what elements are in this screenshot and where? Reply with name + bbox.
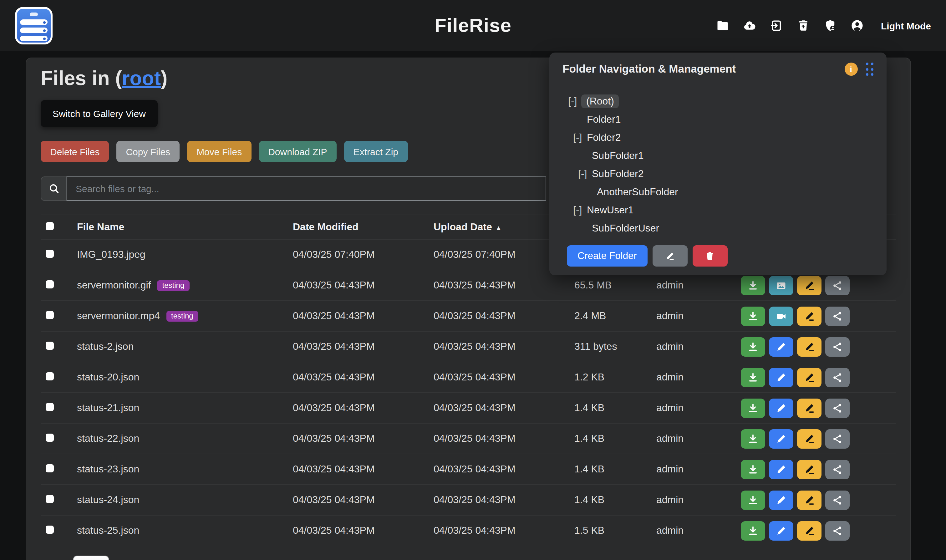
folder-tree-item[interactable]: [-]SubFolder2 (549, 165, 886, 183)
tree-collapse-toggle[interactable]: [-] (573, 204, 587, 215)
rename-file-button[interactable] (797, 521, 821, 540)
download-file-button[interactable] (741, 460, 765, 479)
sign-out-icon[interactable] (769, 19, 783, 32)
download-file-button[interactable] (741, 490, 765, 510)
column-date-modified[interactable]: Date Modified (293, 222, 434, 233)
download-file-button[interactable] (741, 368, 765, 387)
switch-gallery-view-button[interactable]: Switch to Gallery View (41, 100, 158, 127)
trash-restore-icon[interactable] (797, 19, 810, 32)
folder-name[interactable]: SubFolderUser (592, 222, 659, 234)
info-icon[interactable]: i (844, 63, 857, 76)
file-name[interactable]: status-22.json (77, 433, 139, 444)
extract-zip-button[interactable]: Extract Zip (344, 141, 408, 162)
move-files-button[interactable]: Move Files (187, 141, 251, 162)
theme-toggle[interactable]: Light Mode (881, 20, 931, 31)
folder-name[interactable]: SubFolder1 (592, 150, 643, 161)
share-file-button[interactable] (825, 337, 850, 356)
edit-file-button[interactable] (769, 337, 793, 356)
edit-file-button[interactable] (769, 460, 793, 479)
folder-tree-item[interactable]: [-]NewUser1 (549, 201, 886, 219)
rename-file-button[interactable] (797, 490, 821, 510)
tree-collapse-toggle[interactable]: [-] (568, 95, 582, 107)
download-file-button[interactable] (741, 337, 765, 356)
folder-tree-item[interactable]: SubFolderUser (549, 219, 886, 237)
file-name[interactable]: status-24.json (77, 494, 139, 506)
tree-collapse-toggle[interactable]: [-] (573, 132, 587, 143)
create-folder-button[interactable]: Create Folder (567, 245, 648, 266)
row-checkbox[interactable] (46, 250, 54, 258)
row-checkbox[interactable] (46, 342, 54, 350)
share-file-button[interactable] (825, 398, 850, 418)
rename-file-button[interactable] (797, 306, 821, 326)
download-file-button[interactable] (741, 429, 765, 448)
file-name[interactable]: status-2.json (77, 341, 134, 352)
row-checkbox[interactable] (46, 311, 54, 319)
copy-files-button[interactable]: Copy Files (116, 141, 180, 162)
file-name[interactable]: status-23.json (77, 464, 139, 475)
share-file-button[interactable] (825, 429, 850, 448)
row-checkbox[interactable] (46, 526, 54, 534)
items-per-page-select[interactable]: 10 ▲▼ (73, 555, 109, 560)
row-checkbox[interactable] (46, 372, 54, 380)
download-file-button[interactable] (741, 398, 765, 418)
edit-file-button[interactable] (769, 368, 793, 387)
share-file-button[interactable] (825, 460, 850, 479)
share-file-button[interactable] (825, 306, 850, 326)
shield-user-icon[interactable] (823, 19, 837, 32)
rename-file-button[interactable] (797, 429, 821, 448)
folder-name[interactable]: AnotherSubFolder (597, 186, 678, 197)
share-file-button[interactable] (825, 490, 850, 510)
rename-folder-button[interactable] (652, 245, 688, 266)
download-zip-button[interactable]: Download ZIP (259, 141, 336, 162)
row-checkbox[interactable] (46, 464, 54, 472)
delete-files-button[interactable]: Delete Files (41, 141, 109, 162)
rename-file-button[interactable] (797, 368, 821, 387)
column-file-name[interactable]: File Name (77, 222, 293, 233)
download-file-button[interactable] (741, 275, 765, 295)
download-file-button[interactable] (741, 521, 765, 540)
account-icon[interactable] (850, 19, 864, 32)
upload-cloud-icon[interactable] (743, 19, 757, 32)
search-input[interactable] (66, 177, 546, 201)
download-file-button[interactable] (741, 306, 765, 326)
folder-name[interactable]: SubFolder2 (592, 168, 643, 179)
folder-tree-item[interactable]: SubFolder1 (549, 146, 886, 165)
folder-tree-item[interactable]: Folder1 (549, 110, 886, 128)
edit-file-button[interactable] (769, 398, 793, 418)
folder-tree-item[interactable]: [-]Folder2 (549, 128, 886, 146)
file-name[interactable]: status-25.json (77, 525, 139, 536)
edit-file-button[interactable] (769, 490, 793, 510)
folder-name[interactable]: (Root) (581, 94, 619, 108)
folder-name[interactable]: Folder1 (587, 114, 621, 125)
file-name[interactable]: IMG_0193.jpeg (77, 249, 146, 260)
row-checkbox[interactable] (46, 280, 54, 288)
rename-file-button[interactable] (797, 460, 821, 479)
search-icon[interactable] (41, 177, 66, 201)
share-file-button[interactable] (825, 368, 850, 387)
rename-file-button[interactable] (797, 398, 821, 418)
folder-tree-item[interactable]: AnotherSubFolder (549, 183, 886, 201)
rename-file-button[interactable] (797, 275, 821, 295)
share-file-button[interactable] (825, 521, 850, 540)
row-checkbox[interactable] (46, 495, 54, 503)
file-name[interactable]: servermonitor.mp4 (77, 310, 160, 322)
select-all-checkbox[interactable] (46, 222, 54, 230)
root-breadcrumb-link[interactable]: root (122, 67, 161, 89)
file-name[interactable]: status-21.json (77, 402, 139, 414)
folder-name[interactable]: NewUser1 (587, 204, 634, 215)
row-checkbox[interactable] (46, 434, 54, 442)
share-file-button[interactable] (825, 275, 850, 295)
video-file-button[interactable] (769, 306, 793, 326)
folder-icon[interactable] (716, 19, 729, 32)
file-name[interactable]: status-20.json (77, 372, 139, 383)
image-file-button[interactable] (769, 275, 793, 295)
edit-file-button[interactable] (769, 521, 793, 540)
row-checkbox[interactable] (46, 403, 54, 411)
delete-folder-button[interactable] (692, 245, 728, 266)
rename-file-button[interactable] (797, 337, 821, 356)
folder-name[interactable]: Folder2 (587, 132, 621, 143)
edit-file-button[interactable] (769, 429, 793, 448)
folder-tree-item[interactable]: [-](Root) (549, 92, 886, 110)
drag-handle-icon[interactable] (866, 63, 874, 76)
file-name[interactable]: servermonitor.gif (77, 280, 151, 291)
